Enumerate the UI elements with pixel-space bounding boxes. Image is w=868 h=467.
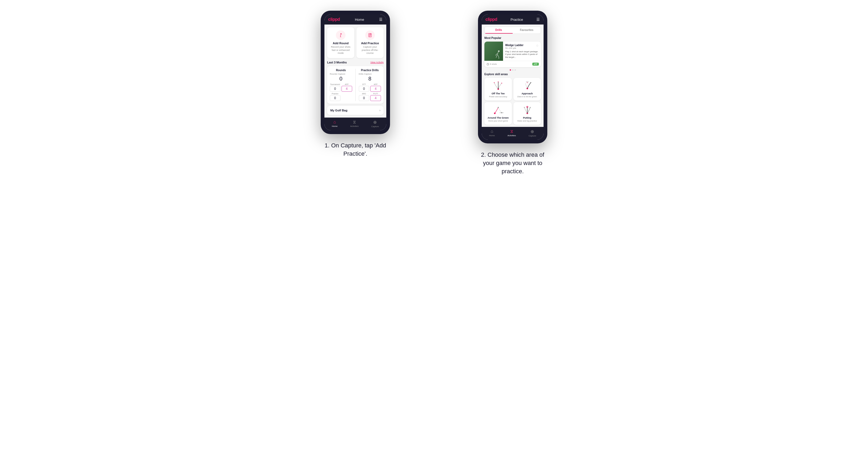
phone1-bottom-nav: ⌂ Home ⧖ Activities ⊕ Capture: [324, 118, 386, 130]
phone2-section: clippd Practice ☰ Drills Favourites Most…: [445, 11, 581, 176]
stats-header: Last 3 Months View Activity: [327, 61, 383, 64]
putting-diagram-icon: [521, 105, 534, 116]
ott-desc: Power and accuracy: [489, 95, 507, 98]
phone2-screen: clippd Practice ☰ Drills Favourites Most…: [482, 14, 544, 140]
golfer-silhouette-icon: [495, 50, 501, 60]
caption1: 1. On Capture, tap 'Add Practice'.: [321, 142, 390, 158]
skill-approach[interactable]: Approach Dial-in to hit the green: [514, 78, 541, 100]
svg-point-11: [498, 81, 499, 82]
skill-putting[interactable]: Putting Make and lag practice: [514, 102, 541, 125]
dot-2: [512, 69, 514, 71]
skill-off-the-tee[interactable]: Off The Tee Power and accuracy: [485, 78, 512, 100]
putt-stat: PUTT 4: [370, 93, 381, 101]
ott-stat: OTT 0: [359, 84, 370, 92]
svg-point-22: [530, 107, 531, 108]
add-practice-icon: [365, 30, 375, 40]
activities-nav-label: Activities: [350, 125, 359, 127]
featured-card[interactable]: Wedge Ladder 50–100 yds Play 1 shot at e…: [485, 41, 541, 67]
phone2-menu-icon[interactable]: ☰: [536, 17, 540, 22]
rounds-sub-grid: Tournament 0 APP 4 Practice 0: [330, 84, 352, 101]
featured-image: [485, 41, 503, 61]
nav-capture[interactable]: ⊕ Capture: [371, 120, 379, 128]
featured-footer: 9 shots APP: [485, 61, 541, 67]
drills-capture-label: Drills Capture: [359, 73, 381, 75]
phone1-frame: clippd Home ☰: [321, 11, 390, 134]
tournament-stat: Tournament 0: [330, 84, 340, 92]
caption2: 2. Choose which area of your game you wa…: [478, 151, 547, 176]
rounds-value: 0: [330, 76, 352, 82]
my-golf-bag[interactable]: My Golf Bag ›: [327, 106, 383, 115]
nav-activities[interactable]: ⧖ Activities: [350, 120, 359, 128]
ott-icon-area: [492, 81, 505, 91]
svg-point-23: [524, 107, 525, 108]
action-cards: Add Round Record your shots fast or enha…: [327, 27, 383, 58]
tournament-label: Tournament: [330, 84, 340, 85]
nav-home[interactable]: ⌂ Home: [332, 120, 338, 128]
view-activity-link[interactable]: View Activity: [370, 61, 383, 64]
phone2-activities-nav-label: Activities: [507, 134, 516, 137]
drills-value: 8: [359, 76, 381, 82]
phone1-logo: clippd: [328, 17, 340, 22]
practice-tabs: Drills Favourites: [485, 27, 541, 34]
add-practice-card[interactable]: Add Practice Capture your practice off-t…: [356, 27, 383, 58]
phone1-menu-icon[interactable]: ☰: [379, 17, 382, 22]
add-round-icon: [336, 30, 345, 40]
drills-sub-grid: OTT 0 APP 4 ARG 0: [359, 84, 381, 101]
add-practice-desc: Capture your practice off-the-course: [359, 45, 381, 55]
last-3-months-label: Last 3 Months: [327, 61, 347, 64]
approach-icon-area: [521, 81, 534, 91]
practice-value: 0: [330, 95, 340, 101]
arg-stat: ARG 0: [359, 93, 370, 101]
drills-app-label: APP: [370, 84, 381, 85]
svg-point-6: [498, 51, 500, 52]
practice-stat: Practice 0: [330, 93, 340, 101]
putt-value: 4: [370, 95, 381, 101]
ott-value: 0: [359, 86, 370, 92]
arg-label: ARG: [359, 93, 370, 95]
featured-subtitle: 50–100 yds: [505, 47, 539, 49]
atg-diagram-icon: [492, 105, 505, 116]
star-icon[interactable]: ☆: [536, 44, 539, 48]
svg-point-15: [530, 82, 531, 83]
phone2-nav-capture[interactable]: ⊕ Capture: [529, 129, 536, 137]
tab-drills[interactable]: Drills: [485, 27, 513, 34]
dot-1: [510, 69, 511, 71]
most-popular-label: Most Popular: [485, 36, 541, 39]
skill-grid: Off The Tee Power and accuracy: [485, 78, 541, 125]
add-round-desc: Record your shots fast or enhanced mode: [329, 45, 352, 55]
featured-info: Wedge Ladder 50–100 yds Play 1 shot at e…: [503, 41, 541, 61]
phone1-title: Home: [355, 18, 364, 22]
ott-label: OTT: [359, 84, 370, 85]
rounds-col: Rounds Rounds Capture 0 Tournament 0 APP: [330, 69, 352, 101]
atg-title: Around The Green: [488, 117, 509, 119]
phone2-capture-nav-label: Capture: [529, 135, 536, 137]
skill-around-green[interactable]: Around The Green Hone your short game: [485, 102, 512, 125]
putt-icon-area: [521, 105, 534, 116]
add-round-title: Add Round: [333, 41, 348, 45]
tab-favourites[interactable]: Favourites: [513, 27, 540, 34]
practice-content: Drills Favourites Most Popular: [482, 25, 544, 127]
phone2-capture-nav-icon: ⊕: [530, 129, 534, 134]
featured-desc: Play 1 shot at each target yardage. If y…: [505, 51, 539, 59]
ott-title: Off The Tee: [492, 92, 505, 95]
drills-app-stat: APP 4: [370, 84, 381, 92]
svg-rect-0: [340, 35, 341, 37]
tournament-value: 0: [330, 86, 340, 92]
explore-label: Explore skill areas: [485, 73, 541, 76]
approach-title: Approach: [521, 92, 533, 95]
chevron-right-icon: ›: [379, 108, 380, 112]
capture-nav-icon: ⊕: [373, 120, 377, 125]
phone2-header: clippd Practice ☰: [482, 14, 544, 25]
putt-desc: Make and lag practice: [518, 120, 537, 122]
svg-point-10: [501, 83, 502, 84]
atg-icon-area: [492, 105, 505, 116]
phone2-nav-activities[interactable]: ⧖ Activities: [507, 129, 516, 137]
drills-app-value: 4: [370, 86, 381, 92]
rounds-app-label: APP: [341, 84, 352, 85]
phone1-screen: clippd Home ☰: [324, 14, 386, 130]
phone2-home-nav-icon: ⌂: [491, 129, 493, 134]
add-round-card[interactable]: Add Round Record your shots fast or enha…: [327, 27, 354, 58]
putt-label: PUTT: [370, 93, 381, 95]
phone2-nav-home[interactable]: ⌂ Home: [489, 129, 495, 137]
approach-desc: Dial-in to hit the green: [518, 95, 537, 98]
